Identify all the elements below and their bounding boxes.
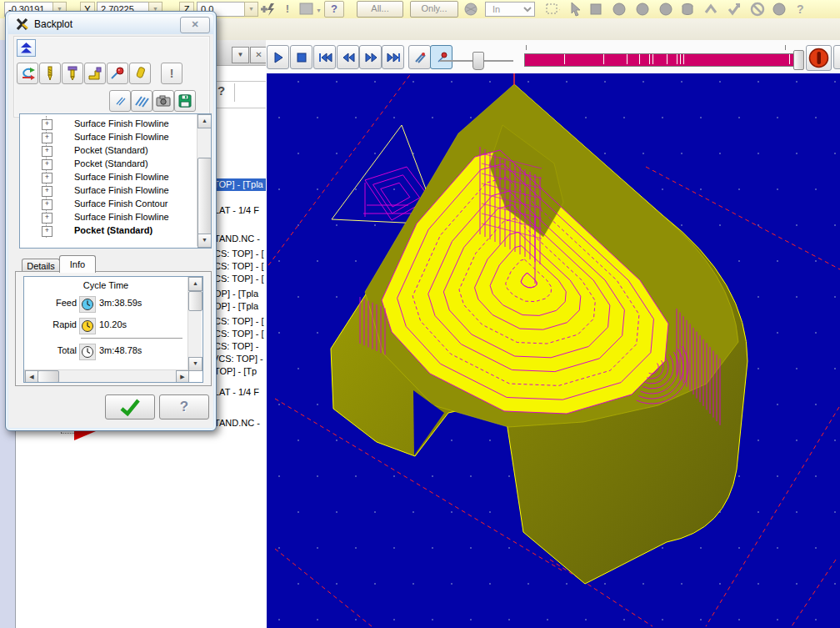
operation-list[interactable]: +Surface Finish Flowline+Surface Finish … [19,113,212,249]
operations-tree-item[interactable]: TAND.NC - [214,417,260,429]
go-to-end-button[interactable] [382,45,404,69]
operation-tree-item[interactable]: +Surface Finish Contour [20,198,191,211]
disabled-circle-icon [655,1,677,18]
operations-tree-item[interactable]: CS: TOP] - [ [214,260,264,272]
speed-slider-thumb[interactable] [472,52,484,70]
add-point-icon[interactable] [257,1,278,18]
operations-tree-item[interactable]: LAT - 1/4 F [214,204,259,216]
simulate-loop-button[interactable] [17,63,38,84]
scroll-down-icon[interactable]: ▼ [198,234,212,248]
operations-tree-item[interactable]: OP] - [Tpla [214,288,258,299]
expand-plus-icon[interactable]: + [42,213,52,224]
play-button[interactable] [267,45,289,69]
quality-low-button[interactable] [109,90,131,112]
scroll-thumb[interactable] [188,291,202,311]
step-forward-button[interactable] [359,45,382,69]
expand-plus-icon[interactable]: + [42,199,52,210]
step-back-button[interactable] [337,45,359,69]
grid-dot [278,404,280,405]
expand-plus-icon[interactable]: + [42,226,52,237]
expand-plus-icon[interactable]: + [42,186,52,197]
grid-dot [700,188,702,190]
cycle-time-row: Total3m:48.78s [24,344,182,359]
select-only-button[interactable]: Only... [410,1,458,18]
info-horizontal-scrollbar[interactable]: ◀ ▶ [24,369,188,383]
tap-tool-button[interactable] [62,63,83,84]
operations-tree-item[interactable]: TAND.NC - [214,233,260,244]
operations-tree-item[interactable]: CS: TOP] - [214,340,258,352]
select-all-button[interactable]: All... [357,1,403,18]
expand-plus-icon[interactable]: + [42,146,52,157]
operations-tree-item[interactable]: OP] - [Tpla [214,300,258,312]
panel-close-icon[interactable]: ✕ [250,47,268,63]
scroll-thumb[interactable] [38,370,59,383]
warning-button[interactable]: ! [161,63,182,84]
graphics-viewport[interactable] [267,73,840,628]
dialog-titlebar[interactable]: Backplot ✕ [8,14,213,34]
save-geometry-button[interactable] [174,90,196,112]
operations-tree-item[interactable]: TOP] - [Tp [214,365,257,377]
operations-tree-item[interactable]: LAT - 1/4 F [214,386,259,398]
scroll-up-icon[interactable]: ▲ [198,114,212,128]
units-select[interactable]: In [485,2,535,17]
holder-tool-button[interactable] [84,63,106,84]
ok-button[interactable] [105,394,155,420]
stop-button[interactable] [290,45,312,69]
hatch-thin-icon [112,93,128,108]
scroll-right-icon[interactable]: ▶ [176,370,189,383]
operation-tree-item[interactable]: +Pocket (Standard) [20,158,191,171]
emergency-stop-button[interactable] [806,45,832,71]
operations-tree-item[interactable]: CS: TOP] - [ [214,273,264,284]
grid-dot [374,583,376,585]
panel-help-icon[interactable]: ? [218,83,225,98]
panel-dropdown-icon[interactable]: ▼ [232,47,249,63]
operation-tree-item[interactable]: +Pocket (Standard) [20,144,191,158]
camera-icon [156,93,171,108]
expand-plus-icon[interactable]: + [42,133,52,143]
operations-tree-item[interactable]: TOP] - [Tpla [211,178,266,191]
operation-tree-item[interactable]: +Surface Finish Flowline [20,131,191,144]
scroll-down-icon[interactable]: ▼ [188,357,202,371]
operation-tree-item[interactable]: +Pocket (Standard) [20,224,191,238]
expand-plus-icon[interactable]: + [42,159,52,170]
scroll-left-icon[interactable]: ◀ [25,370,38,383]
expand-plus-icon[interactable]: + [42,173,52,183]
dialog-help-button[interactable]: ? [159,394,209,420]
operation-list-scrollbar[interactable]: ▲ ▼ [197,114,211,246]
quality-high-button[interactable] [131,90,152,112]
operations-tree-item[interactable]: CS: TOP] - [ [214,328,264,339]
scroll-up-icon[interactable]: ▲ [188,277,202,291]
grid-dot [355,260,357,262]
operation-tree-item[interactable]: +Surface Finish Flowline [20,118,191,131]
exclamation-icon[interactable]: ! [280,1,295,18]
operation-label: Surface Finish Contour [74,198,168,208]
operation-tree-item[interactable]: +Surface Finish Flowline [20,171,191,184]
drill-tool-button[interactable] [39,63,61,84]
grid-dot [278,117,280,118]
trace-toggle-button[interactable] [408,45,431,69]
grid-dot [681,583,682,585]
progress-slider-thumb[interactable] [793,50,804,70]
vcr-help-button[interactable]: ? [833,45,840,69]
operation-tree-item[interactable]: +Surface Finish Flowline [20,184,191,198]
grid-dot [489,440,491,441]
scroll-thumb[interactable] [198,158,212,238]
ball-endpoint-button[interactable] [107,63,128,84]
snapshot-button[interactable] [152,90,174,112]
mastercam-logo-icon [16,18,29,31]
step-forward-icon [363,51,378,64]
bull-tool-button[interactable] [129,63,151,84]
info-vertical-scrollbar[interactable]: ▲ ▼ [188,277,202,369]
go-to-start-button[interactable] [313,45,336,69]
operation-tree-item[interactable]: +Surface Finish Flowline [20,211,191,224]
dialog-close-button[interactable]: ✕ [180,17,210,33]
tab-info[interactable]: Info [59,255,96,273]
expand-plus-icon[interactable]: + [42,119,52,130]
operations-tree-item[interactable]: VCS: TOP] - [212,353,263,364]
operations-tree-item[interactable]: CS: TOP] - [ [214,248,264,259]
operations-tree-item[interactable]: CS: TOP] - [ [214,315,264,327]
help-button[interactable]: ? [324,1,344,18]
follow-point-toggle-button[interactable] [430,45,452,69]
collapse-panel-button[interactable] [17,39,36,57]
backplot-progress-bar[interactable] [524,53,796,67]
